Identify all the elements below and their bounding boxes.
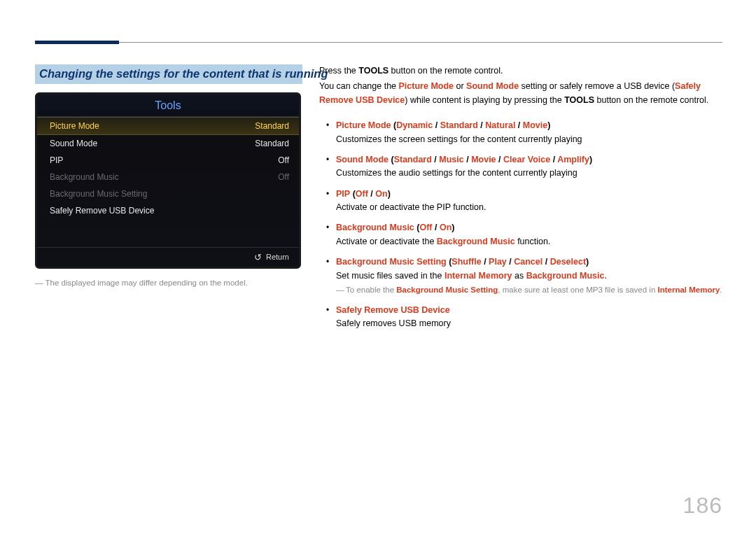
option-background-music: Background Music (Off / On) Activate or … (319, 221, 722, 248)
menu-item-value: Off (278, 155, 289, 165)
tools-menu-screenshot: Tools Picture Mode Standard Sound Mode S… (35, 92, 301, 269)
top-rule (35, 42, 722, 43)
menu-item-background-music: Background Music Off (37, 169, 299, 185)
left-column: Changing the settings for the content th… (35, 64, 302, 337)
menu-item-value: Standard (255, 139, 289, 148)
option-background-music-setting: Background Music Setting (Shuffle / Play… (319, 255, 722, 297)
menu-item-label: Background Music (50, 172, 119, 182)
background-music-setting-note: To enable the Background Music Setting, … (336, 284, 722, 297)
page-number: 186 (683, 493, 722, 519)
option-picture-mode: Picture Mode (Dynamic / Standard / Natur… (319, 119, 722, 146)
intro-line-1: Press the TOOLS button on the remote con… (319, 64, 722, 78)
image-disclaimer-footnote: The displayed image may differ depending… (35, 279, 302, 287)
menu-item-label: Sound Mode (50, 139, 97, 148)
menu-item-value: Standard (255, 121, 289, 131)
options-list: Picture Mode (Dynamic / Standard / Natur… (319, 119, 722, 330)
option-sound-mode: Sound Mode (Standard / Music / Movie / C… (319, 153, 722, 181)
menu-item-label: Picture Mode (50, 121, 99, 131)
right-column: Press the TOOLS button on the remote con… (319, 64, 722, 337)
menu-item-pip: PIP Off (37, 152, 299, 169)
tools-menu-title: Tools (37, 94, 299, 117)
return-icon: ↺ (254, 253, 262, 262)
intro-line-2: You can change the Picture Mode or Sound… (319, 80, 722, 107)
menu-item-sound-mode: Sound Mode Standard (37, 135, 299, 152)
option-pip: PIP (Off / On) Activate or deactivate th… (319, 188, 722, 215)
menu-item-picture-mode: Picture Mode Standard (37, 117, 299, 135)
menu-item-label: Background Music Setting (50, 189, 147, 199)
menu-item-background-music-setting: Background Music Setting (37, 185, 299, 202)
option-safely-remove-usb: Safely Remove USB Device Safely removes … (319, 304, 722, 331)
tools-menu-footer: ↺ Return (37, 247, 299, 267)
top-rule-accent (35, 41, 119, 44)
menu-item-value: Off (278, 172, 289, 182)
menu-item-label: Safely Remove USB Device (50, 206, 154, 216)
return-label: Return (266, 253, 289, 261)
section-heading: Changing the settings for the content th… (35, 64, 302, 84)
menu-item-safely-remove-usb: Safely Remove USB Device (37, 202, 299, 219)
menu-item-label: PIP (50, 155, 63, 165)
